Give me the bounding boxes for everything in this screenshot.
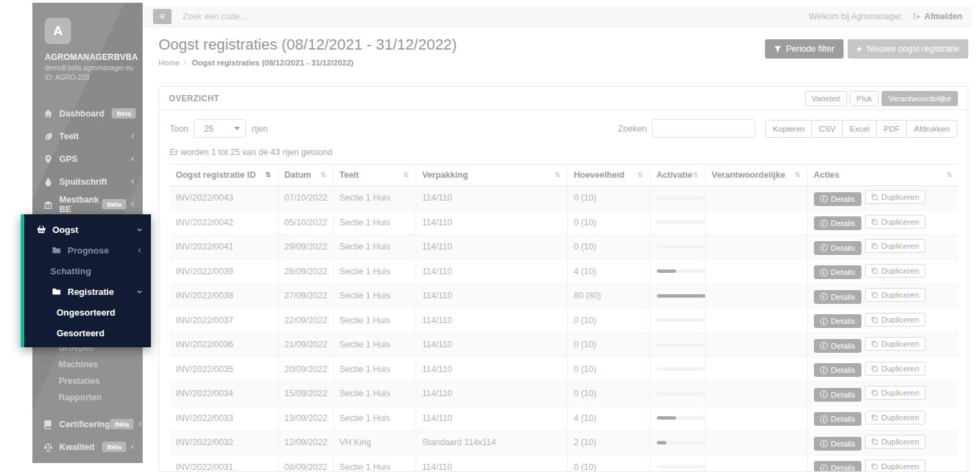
overview-panel: OVERZICHT Varieteit Pluk Verantwoordelij… (159, 86, 968, 472)
sidebar-item-koeling[interactable]: Koeling (32, 458, 143, 463)
cell-verpakking: 114/110 (416, 235, 567, 260)
column-header-verantwoordelijke[interactable]: Verantwoordelijke⇅ (705, 165, 807, 186)
cell-activatie (650, 357, 705, 382)
duplicate-button[interactable]: Dupliceren (865, 313, 926, 327)
table-row: INV/2022/004205/10/2022Sectie 1 Huis114/… (170, 210, 959, 235)
breadcrumb-home[interactable]: Home (159, 59, 180, 67)
details-button[interactable]: iDetails (814, 437, 861, 451)
csv-button[interactable]: CSV (811, 120, 843, 138)
flyout-item-ongesorteerd[interactable]: Ongesorteerd (24, 302, 151, 322)
flyout-item-gesorteerd[interactable]: Gesorteerd (24, 322, 151, 343)
cell-verpakking: 114/110 (416, 308, 567, 333)
duplicate-button[interactable]: Dupliceren (865, 288, 926, 302)
new-registration-label: Nieuwe oogst registratie (867, 44, 959, 54)
cell-activatie (650, 235, 705, 260)
duplicate-button[interactable]: Dupliceren (865, 411, 926, 424)
code-search-input[interactable] (183, 12, 809, 21)
column-header-datum[interactable]: Datum⇅ (278, 165, 333, 186)
sidebar-item-machines[interactable]: Machines (32, 356, 143, 373)
table-row: INV/2022/003520/09/2022Sectie 1 Huis114/… (170, 357, 959, 382)
rows-per-page-select[interactable]: 25 (194, 119, 246, 138)
details-button[interactable]: iDetails (814, 241, 861, 255)
column-header-acties[interactable]: Acties⇅ (807, 165, 959, 186)
duplicate-button[interactable]: Dupliceren (865, 190, 926, 204)
table-row: INV/2022/003621/09/2022Sectie 1 Huis114/… (170, 333, 959, 358)
column-header-teelt[interactable]: Teelt⇅ (333, 165, 416, 186)
duplicate-button[interactable]: Dupliceren (865, 337, 926, 351)
toggle-verantwoordelijke-button[interactable]: Verantwoordelijke (881, 91, 958, 106)
length-menu: Toon 25 rijen (170, 119, 268, 138)
cell-teelt: Sectie 1 Huis (333, 284, 416, 309)
flyout-item-registratie[interactable]: Registratie (24, 281, 151, 302)
pdf-button[interactable]: PDF (876, 120, 907, 138)
period-filter-button[interactable]: Periode filter (765, 39, 844, 59)
sidebar-item-rapporten[interactable]: Rapporten (32, 389, 143, 406)
excel-button[interactable]: Excel (842, 120, 877, 138)
duplicate-button[interactable]: Dupliceren (865, 215, 926, 229)
chevron-down-icon (234, 127, 240, 130)
flyout-item-schatting[interactable]: Schatting (24, 260, 151, 281)
new-registration-button[interactable]: + Nieuwe oogst registratie (848, 39, 968, 59)
details-button[interactable]: iDetails (814, 265, 861, 279)
info-icon: i (820, 269, 828, 276)
cell-acties: iDetailsDupliceren (807, 210, 959, 235)
sidebar-item-label: Dashboard (59, 109, 104, 119)
sidebar-item-mestbank[interactable]: Mestbank BE Béta (32, 193, 143, 216)
duplicate-button[interactable]: Dupliceren (865, 362, 926, 376)
sidebar-item-spuitschrift[interactable]: Spuitschrift (32, 170, 143, 193)
copy-icon (871, 291, 878, 298)
sidebar-item-teelt[interactable]: Teelt (32, 125, 143, 147)
details-button[interactable]: iDetails (814, 290, 861, 304)
table-header-row: Oogst registratie ID⇅ Datum⇅ Teelt⇅ Verp… (170, 165, 959, 186)
details-button[interactable]: iDetails (814, 412, 861, 426)
duplicate-button[interactable]: Dupliceren (865, 239, 926, 253)
cell-verantwoordelijke (705, 210, 807, 235)
cell-teelt: Sectie 1 Huis (333, 406, 416, 431)
column-header-id[interactable]: Oogst registratie ID⇅ (170, 165, 278, 186)
details-button[interactable]: iDetails (814, 314, 861, 328)
duplicate-button[interactable]: Dupliceren (865, 460, 926, 472)
activation-progressbar (657, 441, 706, 444)
cell-teelt: Sectie 1 Huis (333, 382, 416, 407)
copy-icon (871, 365, 878, 372)
duplicate-button[interactable]: Dupliceren (865, 264, 926, 278)
flyout-item-prognose[interactable]: Prognose (24, 240, 151, 260)
duplicate-button[interactable]: Dupliceren (865, 435, 926, 449)
cell-hoeveelheid: 4 (10) (567, 406, 650, 431)
cell-activatie (650, 431, 705, 455)
duplicate-button[interactable]: Dupliceren (865, 386, 926, 400)
print-button[interactable]: Afdrukken (906, 120, 957, 138)
logout-label: Afmelden (924, 12, 962, 21)
details-button[interactable]: iDetails (814, 388, 861, 402)
sidebar-item-prestaties[interactable]: Prestaties (32, 373, 143, 389)
copy-button[interactable]: Kopieren (765, 120, 812, 138)
table-row: INV/2022/004129/09/2022Sectie 1 Huis114/… (170, 235, 959, 260)
sidebar-item-kwaliteit[interactable]: Kwaliteit Béta (32, 435, 143, 458)
sidebar-item-certificering[interactable]: Certificering Béta (32, 413, 143, 435)
nav-divider (32, 406, 143, 413)
toggle-pluk-button[interactable]: Pluk (850, 91, 879, 106)
sort-icon: ⇅ (637, 171, 643, 178)
flyout-item-oogst[interactable]: Oogst (24, 219, 151, 240)
cell-verpakking: 114/110 (416, 406, 567, 431)
table-search-input[interactable] (652, 119, 755, 138)
sidebar-item-dashboard[interactable]: Dashboard Beta (32, 102, 143, 125)
details-button[interactable]: iDetails (814, 363, 861, 377)
toggle-varieteit-button[interactable]: Varieteit (805, 91, 847, 106)
logout-link[interactable]: Afmelden (912, 12, 962, 21)
table-body: INV/2022/004307/10/2022Sectie 1 Huis114/… (170, 186, 959, 472)
cell-verantwoordelijke (705, 235, 807, 260)
sidebar-item-label: Kwaliteit (59, 442, 94, 452)
column-header-hoeveelheid[interactable]: Hoeveelheid⇅ (567, 165, 650, 186)
details-button[interactable]: iDetails (814, 461, 861, 472)
column-header-verpakking[interactable]: Verpakking⇅ (416, 165, 567, 186)
details-button[interactable]: iDetails (814, 339, 861, 353)
details-button[interactable]: iDetails (814, 192, 861, 206)
details-button[interactable]: iDetails (814, 216, 861, 230)
sidebar-item-gps[interactable]: GPS (32, 147, 143, 170)
cell-registration-id: INV/2022/0035 (170, 357, 278, 382)
cell-activatie (650, 333, 705, 358)
menu-toggle-button[interactable]: ≡ (153, 9, 172, 24)
activation-progressbar (657, 245, 706, 249)
column-header-activatie[interactable]: Activatie⇅ (650, 165, 705, 186)
